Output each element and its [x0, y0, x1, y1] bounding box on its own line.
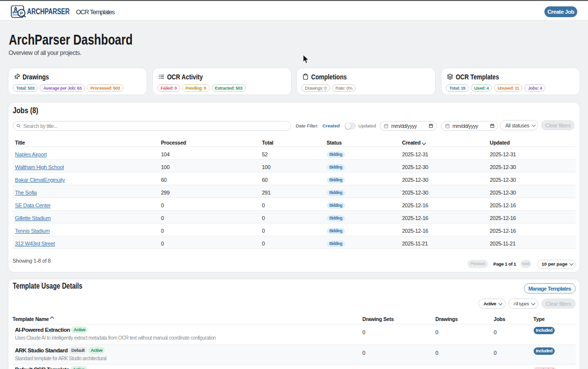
- svg-text:P: P: [20, 11, 23, 16]
